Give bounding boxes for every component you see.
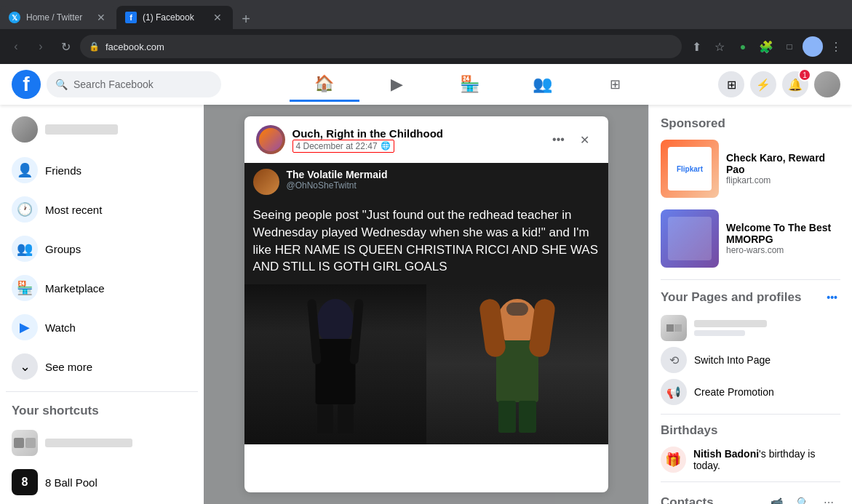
sidebar-item-friends[interactable]: 👤 Friends (6, 151, 198, 189)
nav-home[interactable]: 🏠 (290, 67, 359, 102)
post-group-avatar (256, 125, 285, 154)
sponsored-item-herowars[interactable]: Welcome To The Best MMORPG hero-wars.com (661, 209, 840, 268)
sidebar-item-see-more[interactable]: ⌄ See more (6, 348, 198, 385)
sponsored-item-flipkart[interactable]: Flipkart Check Karo, Reward Pao flipkart… (661, 140, 840, 198)
post-header-actions: ••• ✕ (547, 128, 597, 151)
birthday-item: 🎁 Nitish Badoni's birthday is today. (661, 447, 840, 473)
watch-icon: ▶ (12, 314, 38, 340)
meme-user-info: The Volatile Mermaid @OhNoSheTwitnt (287, 169, 388, 195)
nav-groups[interactable]: 👥 (508, 67, 578, 102)
post-info: Ouch, Right in the Childhood 4 December … (292, 127, 540, 153)
8ball-label: 8 Ball Pool (45, 476, 97, 489)
notification-button[interactable]: 🔔 1 (782, 71, 808, 97)
bookmark-icon[interactable]: ☆ (709, 36, 730, 57)
tab-facebook[interactable]: f (1) Facebook ✕ (116, 6, 233, 29)
shortcut-item-8ball[interactable]: 8 8 Ball Pool (6, 463, 198, 501)
right-sidebar: Sponsored Flipkart Check Karo, Reward Pa… (648, 105, 852, 504)
watch-nav-icon: ▶ (391, 75, 403, 94)
shortcut-item-1[interactable] (6, 424, 198, 462)
switch-page-label: Switch Into Page (694, 354, 771, 366)
birthday-person-name: Nitish Badoni (693, 448, 759, 460)
sidebar-see-more-label: See more (45, 361, 92, 373)
post-timestamp-box: 4 December at 22:47 🌐 (292, 140, 394, 153)
8ball-icon: 8 (12, 469, 38, 495)
shortcuts-title: Your shortcuts (6, 398, 198, 424)
right-divider-3 (661, 481, 840, 482)
profile-avatar[interactable] (803, 36, 823, 57)
sponsored-thumb-herowars (661, 209, 719, 268)
toolbar-icons: ⬆ ☆ ● 🧩 □ ⋮ (686, 36, 846, 57)
sidebar-item-groups[interactable]: 👥 Groups (6, 230, 198, 268)
forward-button[interactable]: › (31, 36, 51, 57)
meme-author-row: The Volatile Mermaid @OhNoSheTwitnt (244, 163, 608, 201)
meme-author-avatar (253, 169, 279, 195)
page-avatar-row[interactable] (661, 315, 840, 341)
left-sidebar: 👤 Friends 🕐 Most recent 👥 Groups 🏪 Marke… (0, 105, 204, 504)
sidebar-item-watch[interactable]: ▶ Watch (6, 308, 198, 346)
globe-icon: 🌐 (381, 141, 391, 151)
sponsored-name-herowars: Welcome To The Best MMORPG (726, 222, 840, 245)
search-contacts-icon[interactable]: 🔍 (791, 491, 814, 504)
contacts-icons: 📹 🔍 ⋯ (765, 491, 840, 504)
url-text: facebook.com (105, 41, 164, 52)
window-icon[interactable]: □ (779, 36, 800, 57)
header-nav: 🏠 ▶ 🏪 👥 ⊞ (227, 67, 712, 102)
create-promotion-row[interactable]: 📢 Create Promotion (661, 379, 840, 405)
tab-twitter[interactable]: 𝕏 Home / Twitter ✕ (0, 6, 116, 29)
right-divider-1 (661, 279, 840, 280)
promotion-icon: 📢 (661, 379, 687, 405)
marketplace-icon: 🏪 (12, 275, 38, 301)
messenger-button[interactable]: ⚡ (750, 71, 776, 97)
sidebar-marketplace-label: Marketplace (45, 282, 105, 295)
feed-area: Ouch, Right in the Childhood 4 December … (204, 105, 648, 504)
sidebar-user[interactable] (6, 111, 198, 148)
user-avatar-header[interactable] (814, 71, 840, 97)
nav-watch[interactable]: ▶ (362, 67, 432, 102)
sidebar-divider (6, 391, 198, 392)
switch-page-icon: ⟲ (661, 347, 687, 373)
sidebar-recent-label: Most recent (45, 204, 102, 216)
shortcut-icon-1 (12, 430, 38, 456)
tab-twitter-close[interactable]: ✕ (95, 11, 108, 24)
create-promotion-label: Create Promotion (694, 386, 774, 398)
extension-icon[interactable]: ● (733, 36, 753, 57)
post-card: Ouch, Right in the Childhood 4 December … (244, 116, 608, 492)
address-bar[interactable]: 🔒 facebook.com (80, 35, 682, 58)
search-bar[interactable]: 🔍 Search Facebook (47, 71, 221, 97)
switch-into-page-row[interactable]: ⟲ Switch Into Page (661, 347, 840, 373)
post-close-button[interactable]: ✕ (573, 128, 597, 151)
recent-icon: 🕐 (12, 196, 38, 223)
tab-twitter-title: Home / Twitter (26, 12, 89, 23)
menu-button[interactable]: ⋮ (826, 36, 846, 57)
sponsored-info-flipkart: Check Karo, Reward Pao flipkart.com (726, 140, 840, 198)
tab-facebook-close[interactable]: ✕ (211, 11, 224, 24)
post-header: Ouch, Right in the Childhood 4 December … (244, 116, 608, 163)
sidebar-user-name (45, 124, 118, 135)
sidebar-item-marketplace[interactable]: 🏪 Marketplace (6, 269, 198, 307)
home-nav-icon: 🏠 (314, 74, 334, 93)
post-timestamp: 4 December at 22:47 (296, 141, 378, 151)
grid-menu-button[interactable]: ⊞ (718, 71, 744, 97)
video-call-icon[interactable]: 📹 (765, 491, 788, 504)
facebook-logo[interactable]: f (12, 70, 41, 99)
meme-images (244, 284, 608, 444)
search-placeholder: Search Facebook (73, 79, 154, 90)
nav-marketplace[interactable]: 🏪 (435, 67, 505, 102)
contacts-header: Contacts 📹 🔍 ⋯ (661, 491, 840, 504)
share-icon[interactable]: ⬆ (686, 36, 706, 57)
post-meme-content: The Volatile Mermaid @OhNoSheTwitnt Seei… (244, 163, 608, 444)
refresh-button[interactable]: ↻ (55, 36, 76, 57)
pages-more-button[interactable]: ••• (824, 289, 840, 306)
groups-nav-icon: 👥 (533, 75, 552, 94)
browser-window: 𝕏 Home / Twitter ✕ f (1) Facebook ✕ + ‹ … (0, 0, 852, 504)
birthdays-title: Birthdays (661, 423, 840, 438)
contacts-more-icon[interactable]: ⋯ (817, 491, 840, 504)
post-more-button[interactable]: ••• (547, 128, 570, 151)
sidebar-item-most-recent[interactable]: 🕐 Most recent (6, 191, 198, 228)
nav-gaming[interactable]: ⊞ (581, 67, 650, 102)
back-button[interactable]: ‹ (6, 36, 26, 57)
gaming-nav-icon: ⊞ (610, 76, 621, 92)
sidebar-user-avatar (12, 116, 38, 143)
new-tab-button[interactable]: + (236, 9, 256, 29)
chrome-extension-icon[interactable]: 🧩 (756, 36, 776, 57)
